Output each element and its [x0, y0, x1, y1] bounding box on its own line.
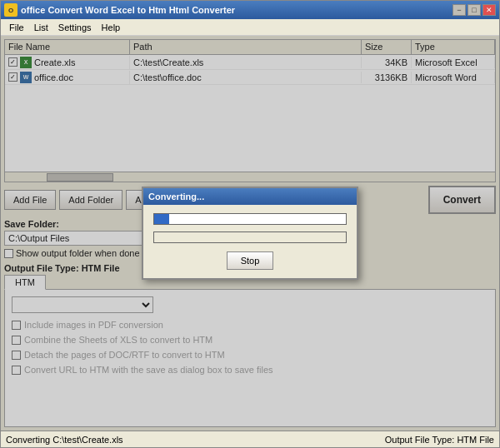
progress-bar-fill: [154, 214, 169, 224]
progress-bar-2: [153, 231, 347, 243]
status-left: Converting C:\test\Create.xls: [6, 435, 123, 445]
main-window: O office Convert Word Excel to Htm Html …: [0, 0, 500, 448]
status-right: Output File Type: HTM File: [385, 435, 494, 445]
menu-file[interactable]: File: [4, 21, 29, 34]
progress-bar-1: [153, 213, 347, 225]
title-controls: − □ ✕: [452, 4, 496, 16]
menu-bar: File List Settings Help: [1, 19, 499, 36]
stop-button[interactable]: Stop: [227, 251, 274, 270]
close-button[interactable]: ✕: [482, 4, 496, 16]
menu-help[interactable]: Help: [97, 21, 126, 34]
modal-body: Stop: [143, 205, 357, 278]
title-bar: O office Convert Word Excel to Htm Html …: [1, 1, 499, 19]
modal-overlay: Converting... Stop: [1, 36, 499, 431]
main-content: File Name Path Size Type ✓ X Create.xls …: [1, 36, 499, 431]
status-bar: Converting C:\test\Create.xls Output Fil…: [1, 431, 499, 447]
modal-title-bar: Converting...: [143, 188, 357, 205]
window-title: office Convert Word Excel to Htm Html Co…: [21, 5, 235, 15]
minimize-button[interactable]: −: [452, 4, 466, 16]
modal-title: Converting...: [148, 192, 204, 202]
title-bar-left: O office Convert Word Excel to Htm Html …: [4, 3, 235, 17]
app-icon: O: [4, 3, 18, 17]
maximize-button[interactable]: □: [468, 4, 481, 16]
menu-settings[interactable]: Settings: [53, 21, 97, 34]
converting-dialog: Converting... Stop: [142, 187, 358, 280]
modal-buttons: Stop: [153, 251, 347, 270]
menu-list[interactable]: List: [29, 21, 53, 34]
